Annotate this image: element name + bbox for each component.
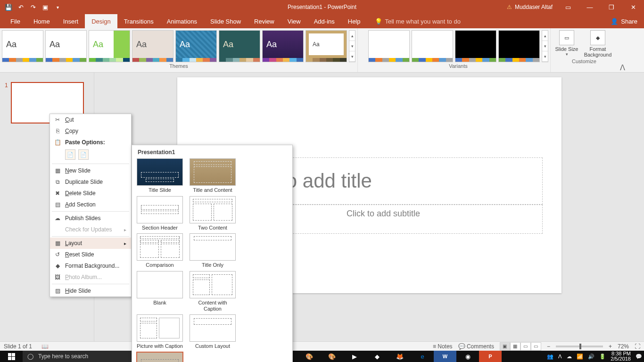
zoom-level[interactable]: 72% <box>618 343 629 350</box>
slide-size-button[interactable]: ▭ Slide Size ▾ <box>554 30 579 58</box>
taskbar-app[interactable]: ◉ <box>456 351 479 362</box>
tray-overflow-icon[interactable]: ᐱ <box>558 354 562 360</box>
start-from-beginning-icon[interactable]: ▣ <box>40 1 51 13</box>
onedrive-icon[interactable]: ☁ <box>567 354 572 360</box>
tab-addins[interactable]: Add-ins <box>307 14 341 28</box>
tab-review[interactable]: Review <box>248 14 281 28</box>
paste-use-destination-theme[interactable]: 📄 <box>65 149 75 160</box>
layout-two-content[interactable]: Two Content <box>190 196 236 231</box>
menu-cut[interactable]: ✂Cut <box>50 114 131 125</box>
zoom-in-button[interactable]: + <box>609 343 612 350</box>
layout-custom[interactable]: Custom Layout <box>190 314 236 349</box>
tab-home[interactable]: Home <box>27 14 57 28</box>
people-icon[interactable]: 👥 <box>547 354 553 360</box>
menu-publish-slides[interactable]: ☁Publish Slides <box>50 213 131 224</box>
taskbar-app[interactable]: 🎨 <box>321 351 343 362</box>
account-name[interactable]: ⚠ Muddaser Altaf <box>502 4 557 10</box>
firefox-icon[interactable]: 🦊 <box>388 351 411 362</box>
customize-group: ▭ Slide Size ▾ ◆ Format Background Custo… <box>551 28 618 72</box>
word-icon[interactable]: W <box>434 351 456 362</box>
variants-more-button[interactable]: ▴▾▾ <box>542 30 548 62</box>
taskbar-app[interactable]: ◆ <box>366 351 388 362</box>
minimize-button[interactable]: — <box>579 0 601 14</box>
menu-duplicate-slide[interactable]: ⧉Duplicate Slide <box>50 176 131 188</box>
variant-thumbnail[interactable] <box>455 30 496 62</box>
save-icon[interactable]: 💾 <box>3 1 14 13</box>
zoom-out-button[interactable]: − <box>547 343 550 350</box>
themes-more-button[interactable]: ▴▾▾ <box>349 30 355 62</box>
tab-animations[interactable]: Animations <box>160 14 204 28</box>
theme-office[interactable]: Aa <box>2 30 43 62</box>
volume-icon[interactable]: 🔊 <box>588 354 594 360</box>
layout-title-and-content[interactable]: Title and Content <box>190 158 236 193</box>
layout-title-only[interactable]: Title Only <box>190 233 236 268</box>
network-icon[interactable]: 📶 <box>577 354 583 360</box>
powerpoint-icon[interactable]: P <box>479 351 502 362</box>
tab-design[interactable]: Design <box>85 14 117 28</box>
notes-button[interactable]: ≡ Notes <box>433 343 453 350</box>
tab-insert[interactable]: Insert <box>57 14 85 28</box>
menu-add-section[interactable]: ▤Add Section <box>50 199 131 210</box>
qat-customize-icon[interactable]: ▾ <box>52 1 63 13</box>
tab-file[interactable]: File <box>4 14 27 28</box>
start-button[interactable] <box>0 351 23 362</box>
redo-icon[interactable]: ↷ <box>27 1 39 13</box>
layout-section-header[interactable]: Section Header <box>137 196 183 231</box>
undo-icon[interactable]: ↶ <box>15 1 26 13</box>
theme-thumbnail[interactable]: Aa <box>262 30 304 62</box>
action-center-icon[interactable]: 💬 <box>636 354 642 360</box>
theme-thumbnail[interactable]: Aa <box>305 30 347 62</box>
fit-to-window-icon[interactable]: ⛶ <box>635 343 640 350</box>
theme-thumbnail[interactable]: Aa <box>219 30 260 62</box>
layout-content-with-caption[interactable]: Content with Caption <box>190 271 236 312</box>
battery-icon[interactable]: 🔋 <box>599 354 606 360</box>
slide-sorter-view-icon[interactable]: ▦ <box>510 342 520 351</box>
paste-keep-source-formatting[interactable]: 📄 <box>78 149 89 160</box>
layout-comparison[interactable]: Comparison <box>137 233 183 268</box>
slideshow-view-icon[interactable]: ▭ <box>531 342 541 351</box>
clock[interactable]: 8:38 PM 2/5/2018 <box>611 351 631 362</box>
variants-group-label: Variants <box>368 62 548 70</box>
menu-hide-slide[interactable]: ▨Hide Slide <box>50 285 131 296</box>
variant-thumbnail[interactable] <box>368 30 410 62</box>
variant-thumbnail[interactable] <box>412 30 453 62</box>
layout-picture-with-caption[interactable]: Picture with Caption <box>137 314 183 349</box>
menu-reset-slide[interactable]: ↺Reset Slide <box>50 249 131 260</box>
zoom-slider[interactable] <box>556 346 603 347</box>
share-button[interactable]: 👤 Share <box>604 18 644 25</box>
theme-thumbnail[interactable]: Aa <box>89 30 130 62</box>
photo-album-icon: 🖼 <box>54 273 61 281</box>
menu-layout[interactable]: ▦Layout▸ <box>50 238 131 249</box>
spell-check-icon[interactable]: 📖 <box>41 343 49 350</box>
theme-thumbnail[interactable]: Aa <box>175 30 217 62</box>
close-button[interactable]: ✕ <box>622 0 644 14</box>
title-bar: 💾 ↶ ↷ ▣ ▾ Presentation1 - PowerPoint ⚠ M… <box>0 0 644 14</box>
menu-format-background[interactable]: ◆Format Background... <box>50 260 131 272</box>
normal-view-icon[interactable]: ▣ <box>500 342 510 351</box>
taskbar-app[interactable]: 🎨 <box>298 351 321 362</box>
edge-icon[interactable]: e <box>411 351 434 362</box>
variant-thumbnail[interactable] <box>498 30 540 62</box>
restore-button[interactable]: ❐ <box>601 0 622 14</box>
layout-1-title-slide[interactable]: 1_Title Slide <box>137 352 183 362</box>
theme-thumbnail[interactable]: Aa <box>45 30 87 62</box>
reading-view-icon[interactable]: ▭ <box>520 342 531 351</box>
layout-title-slide[interactable]: Title Slide <box>137 158 183 193</box>
share-icon: 👤 <box>611 18 618 25</box>
cortana-icon: ◯ <box>27 353 33 360</box>
tab-view[interactable]: View <box>281 14 307 28</box>
tell-me-search[interactable]: 💡 Tell me what you want to do <box>370 18 465 25</box>
menu-delete-slide[interactable]: ✖Delete Slide <box>50 188 131 199</box>
menu-new-slide[interactable]: ▦New Slide <box>50 165 131 176</box>
menu-copy[interactable]: ⎘Copy <box>50 125 131 137</box>
tab-slideshow[interactable]: Slide Show <box>204 14 248 28</box>
tab-help[interactable]: Help <box>341 14 367 28</box>
comments-button[interactable]: 💬 Comments <box>458 343 494 350</box>
tab-transitions[interactable]: Transitions <box>117 14 160 28</box>
taskbar-app[interactable]: ▶ <box>343 351 366 362</box>
layout-blank[interactable]: Blank <box>137 271 183 312</box>
theme-thumbnail[interactable]: Aa <box>132 30 173 62</box>
format-background-button[interactable]: ◆ Format Background <box>582 30 614 58</box>
ribbon-display-options-icon[interactable]: ▭ <box>557 0 579 14</box>
collapse-ribbon-icon[interactable]: ᐱ <box>618 28 627 72</box>
